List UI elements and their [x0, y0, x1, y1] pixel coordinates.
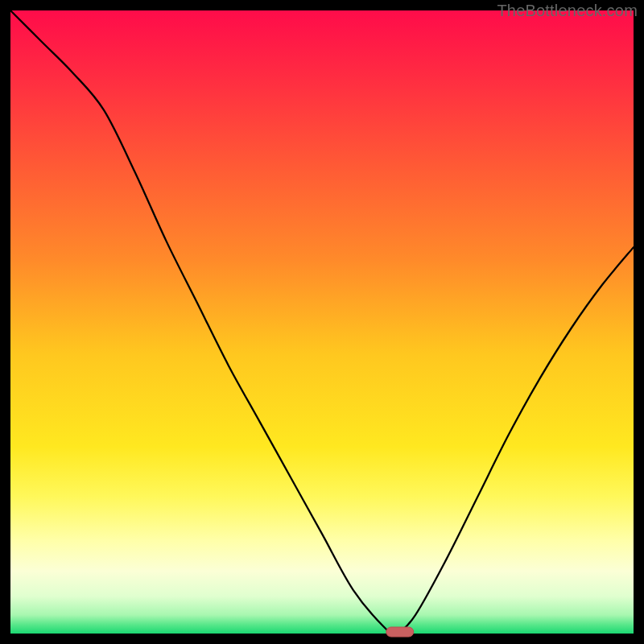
gradient-background [10, 10, 634, 634]
bottleneck-chart [0, 0, 644, 644]
optimal-marker [386, 627, 414, 637]
chart-frame: TheBottleneck.com [0, 0, 644, 644]
watermark-text: TheBottleneck.com [497, 2, 638, 20]
